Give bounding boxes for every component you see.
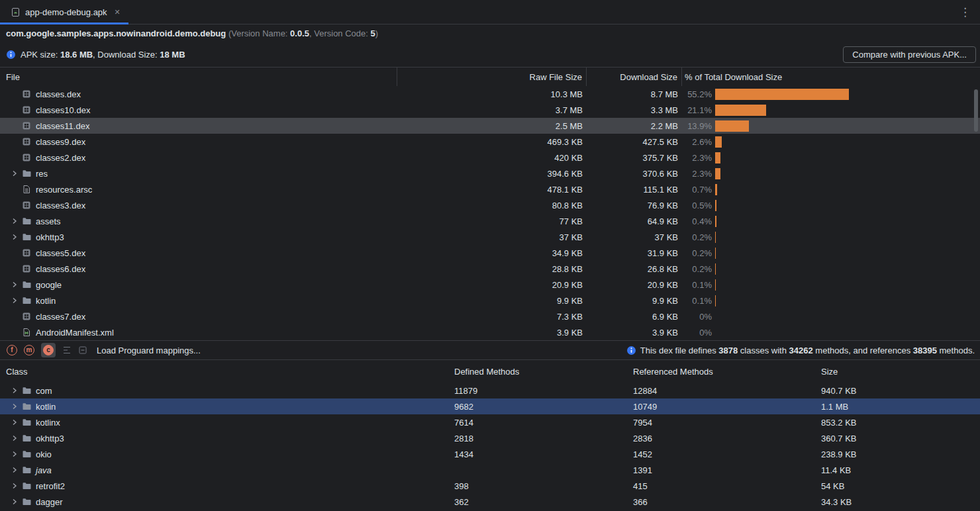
column-header-defined-methods[interactable]: Defined Methods	[449, 367, 633, 377]
chevron-right-icon[interactable]	[8, 418, 21, 427]
class-table-row[interactable]: kotlin9682107491.1 MB	[0, 398, 980, 414]
percent-label: 2.3%	[682, 153, 715, 163]
chevron-right-icon[interactable]	[8, 280, 21, 289]
folder-icon	[21, 216, 32, 226]
class-table-row[interactable]: okio14341452238.9 KB	[0, 446, 980, 462]
chevron-right-icon[interactable]	[8, 216, 21, 226]
version-name-value: 0.0.5	[290, 28, 309, 38]
defined-methods: 7614	[449, 418, 633, 428]
file-name: res	[36, 169, 48, 179]
load-proguard-mappings-action[interactable]: Load Proguard mappings...	[97, 346, 201, 355]
show-methods-icon[interactable]: m	[24, 345, 34, 355]
file-table-row[interactable]: assets77 KB64.9 KB0.4%	[0, 213, 980, 229]
percent-label: 2.6%	[682, 137, 715, 147]
column-header-percent-of-total[interactable]: % of Total Download Size	[682, 72, 980, 82]
class-table-row[interactable]: retrofit239841554 KB	[0, 478, 980, 494]
percent-bar-track	[715, 184, 980, 195]
tab-apk-analyzer[interactable]: app-demo-debug.apk ✕	[0, 0, 128, 24]
file-table-row[interactable]: classes3.dex80.8 KB76.9 KB0.5%	[0, 197, 980, 213]
package-icon	[21, 481, 32, 490]
chevron-right-icon[interactable]	[8, 497, 21, 506]
apk-title-line: com.google.samples.apps.nowinandroid.dem…	[0, 24, 980, 42]
class-table-row[interactable]: dagger36236634.3 KB	[0, 494, 980, 510]
percent-bar	[715, 232, 716, 243]
file-table-row[interactable]: classes7.dex7.3 KB6.9 KB0%	[0, 308, 980, 324]
file-table-row[interactable]: google20.9 KB20.9 KB0.1%	[0, 277, 980, 293]
column-header-referenced-methods[interactable]: Referenced Methods	[633, 367, 821, 377]
file-name-cell: classes11.dex	[0, 121, 397, 131]
class-table-row[interactable]: okhttp328182836360.7 KB	[0, 430, 980, 446]
referenced-methods: 12884	[633, 386, 821, 396]
chevron-right-icon[interactable]	[8, 449, 21, 459]
column-header-file[interactable]: File	[0, 68, 397, 86]
compare-apk-button[interactable]: Compare with previous APK...	[843, 46, 976, 63]
apk-size-value: 18.6 MB	[60, 50, 93, 60]
referenced-methods: 1391	[633, 465, 821, 475]
show-referenced-classes-icon[interactable]: c	[41, 343, 56, 357]
apk-file-icon	[11, 7, 21, 17]
file-table-row[interactable]: classes6.dex28.8 KB26.8 KB0.2%	[0, 261, 980, 277]
percent-label: 0.2%	[682, 248, 715, 258]
column-header-raw-file-size[interactable]: Raw File Size	[397, 68, 587, 86]
file-name: classes6.dex	[36, 264, 85, 274]
file-table-row[interactable]: classes11.dex2.5 MB2.2 MB13.9%	[0, 118, 980, 134]
raw-file-size: 7.3 KB	[397, 312, 587, 322]
percent-bar-track	[715, 311, 980, 322]
chevron-right-icon[interactable]	[8, 465, 21, 475]
class-size: 238.9 KB	[821, 449, 980, 459]
class-table-row[interactable]: kotlinx76147954853.2 KB	[0, 414, 980, 430]
file-name: classes11.dex	[36, 121, 89, 131]
dex-info-part1: This dex file defines	[640, 346, 719, 355]
referenced-methods: 10749	[633, 402, 821, 412]
chevron-right-icon[interactable]	[8, 481, 21, 490]
raw-file-size: 10.3 MB	[397, 89, 587, 99]
chevron-right-icon[interactable]	[8, 402, 21, 411]
info-icon	[626, 346, 636, 355]
folder-icon	[21, 232, 32, 242]
download-size: 31.9 KB	[587, 248, 682, 258]
show-fields-icon[interactable]: f	[7, 345, 17, 355]
percent-bar-track	[715, 168, 980, 179]
close-paren: )	[375, 28, 378, 38]
collapse-all-icon[interactable]	[78, 346, 87, 355]
download-size: 427.5 KB	[587, 137, 682, 147]
file-table-row[interactable]: resources.arsc478.1 KB115.1 KB0.7%	[0, 181, 980, 197]
file-name: classes.dex	[36, 89, 81, 99]
defined-methods: 11879	[449, 386, 633, 396]
file-table-row[interactable]: res394.6 KB370.6 KB2.3%	[0, 165, 980, 181]
file-table-row[interactable]: classes2.dex420 KB375.7 KB2.3%	[0, 150, 980, 165]
chevron-right-icon[interactable]	[8, 434, 21, 443]
dex-toolbar: f m c Load Proguard mappings... This dex…	[0, 340, 980, 360]
chevron-right-icon[interactable]	[8, 169, 21, 178]
dex-references-count: 38395	[913, 346, 937, 355]
chevron-right-icon[interactable]	[8, 386, 21, 395]
file-name: classes9.dex	[36, 137, 85, 147]
close-icon[interactable]: ✕	[115, 8, 121, 17]
referenced-methods: 366	[633, 497, 821, 507]
file-table-row[interactable]: kotlin9.9 KB9.9 KB0.1%	[0, 293, 980, 308]
dex-file-icon	[21, 201, 32, 210]
percent-bar-track	[715, 263, 980, 275]
class-table-row[interactable]: com1187912884940.7 KB	[0, 383, 980, 398]
apk-size-line: APK size: 18.6 MB, Download Size: 18 MB …	[0, 42, 980, 67]
dex-file-icon	[21, 89, 32, 99]
file-table-row[interactable]: classes5.dex34.9 KB31.9 KB0.2%	[0, 245, 980, 261]
file-table-row[interactable]: okhttp337 KB37 KB0.2%	[0, 229, 980, 245]
vertical-scrollbar[interactable]	[974, 89, 978, 132]
class-table-row[interactable]: java139111.4 KB	[0, 462, 980, 478]
more-options-icon[interactable]: ⋮	[950, 5, 980, 19]
file-table-row[interactable]: AndroidManifest.xml3.9 KB3.9 KB0%	[0, 324, 980, 340]
chevron-right-icon[interactable]	[8, 296, 21, 305]
file-table-body: classes.dex10.3 MB8.7 MB55.2%classes10.d…	[0, 86, 980, 340]
dex-methods-count: 34262	[789, 346, 813, 355]
file-table-row[interactable]: classes10.dex3.7 MB3.3 MB21.1%	[0, 102, 980, 118]
chevron-right-icon[interactable]	[8, 232, 21, 242]
expand-all-icon[interactable]	[62, 346, 72, 355]
column-header-class[interactable]: Class	[0, 367, 449, 377]
file-table-row[interactable]: classes9.dex469.3 KB427.5 KB2.6%	[0, 134, 980, 150]
column-header-size[interactable]: Size	[821, 367, 980, 377]
file-table-row[interactable]: classes.dex10.3 MB8.7 MB55.2%	[0, 86, 980, 102]
file-name-cell: okhttp3	[0, 232, 397, 242]
class-name-cell: okhttp3	[0, 434, 449, 443]
column-header-download-size[interactable]: Download Size	[587, 68, 682, 86]
